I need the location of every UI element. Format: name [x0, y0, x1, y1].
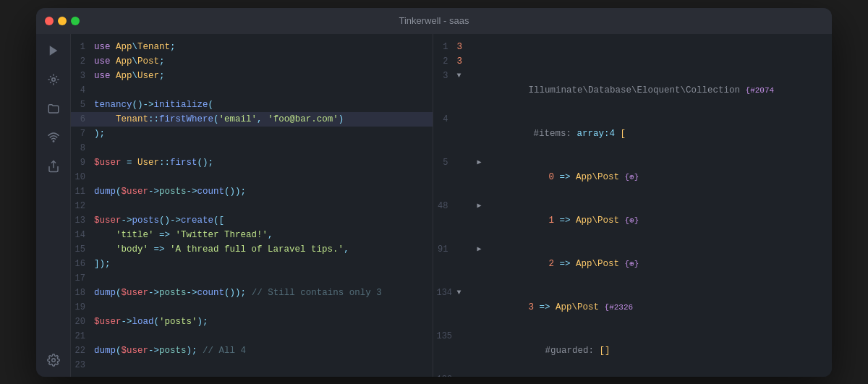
minimize-button[interactable]	[58, 17, 67, 25]
code-line-8: 8	[71, 141, 433, 155]
code-line-22: 22 dump($user->posts); // All 4	[71, 344, 433, 358]
maximize-button[interactable]	[71, 17, 80, 25]
code-line-10: 10	[71, 170, 433, 184]
code-line-19: 19	[71, 300, 433, 315]
output-line-5: 5 ▶ 0 => App\Post {⊕}	[433, 155, 832, 199]
app-window: Tinkerwell - saas	[36, 8, 832, 377]
play-icon[interactable]	[46, 43, 61, 59]
sidebar	[36, 34, 71, 377]
output-line-136: 136 #connection: "tenant"	[433, 372, 832, 377]
output-line-4: 4 #items: array:4 [	[433, 112, 832, 155]
code-line-4: 4	[71, 83, 433, 98]
code-line-14: 14 'title' => 'Twitter Thread!',	[71, 228, 433, 242]
output-line-134: 134 ▼ 3 => App\Post {#2326	[433, 286, 832, 329]
code-line-3: 3 use App\User;	[71, 69, 433, 83]
code-line-13: 13 $user->posts()->create([	[71, 213, 433, 228]
code-line-21: 21	[71, 329, 433, 344]
settings-icon[interactable]	[46, 352, 61, 368]
svg-marker-0	[49, 46, 57, 56]
folder-icon[interactable]	[46, 101, 61, 116]
code-line-11: 11 dump($user->posts->count());	[71, 184, 433, 199]
code-line-23: 23	[71, 358, 433, 372]
code-line-2: 2 use App\Post;	[71, 54, 433, 69]
titlebar: Tinkerwell - saas	[36, 8, 832, 34]
svg-point-2	[53, 140, 54, 142]
code-line-15: 15 'body' => 'A thread full of Laravel t…	[71, 242, 433, 257]
code-line-17: 17	[71, 271, 433, 286]
output-line-135: 135 #guarded: []	[433, 329, 832, 372]
output-line-91: 91 ▶ 2 => App\Post {⊕}	[433, 242, 832, 286]
output-line-2: 2 3	[433, 54, 832, 69]
code-line-6: 6 Tenant::firstWhere('email', 'foo@bar.c…	[71, 112, 433, 127]
share-icon[interactable]	[46, 158, 61, 174]
output-panel: 1 3 2 3 3 ▼ Illuminate\Database\Eloquent…	[433, 34, 832, 377]
code-line-12: 12	[71, 199, 433, 213]
code-line-18: 18 dump($user->posts->count()); // Still…	[71, 286, 433, 300]
main-area: 1 use App\Tenant; 2 use App\Post; 3 use …	[36, 34, 832, 377]
close-button[interactable]	[45, 17, 54, 25]
svg-point-4	[51, 358, 55, 362]
code-line-16: 16 ]);	[71, 257, 433, 271]
output-line-48: 48 ▶ 1 => App\Post {⊕}	[433, 199, 832, 242]
code-line-1: 1 use App\Tenant;	[71, 40, 433, 54]
window-title: Tinkerwell - saas	[399, 15, 469, 26]
output-line-3: 3 ▼ Illuminate\Database\Eloquent\Collect…	[433, 69, 832, 112]
code-line-20: 20 $user->load('posts');	[71, 315, 433, 329]
code-editor[interactable]: 1 use App\Tenant; 2 use App\Post; 3 use …	[71, 34, 433, 377]
code-line-9: 9 $user = User::first();	[71, 155, 433, 170]
tinkerwell-icon[interactable]	[46, 72, 61, 88]
wifi-icon[interactable]	[46, 129, 61, 145]
content-area: 1 use App\Tenant; 2 use App\Post; 3 use …	[71, 34, 832, 377]
svg-point-1	[51, 77, 55, 81]
output-line-1: 1 3	[433, 40, 832, 54]
traffic-lights	[45, 17, 80, 25]
code-line-5: 5 tenancy()->initialize(	[71, 98, 433, 112]
code-line-7: 7 );	[71, 127, 433, 141]
